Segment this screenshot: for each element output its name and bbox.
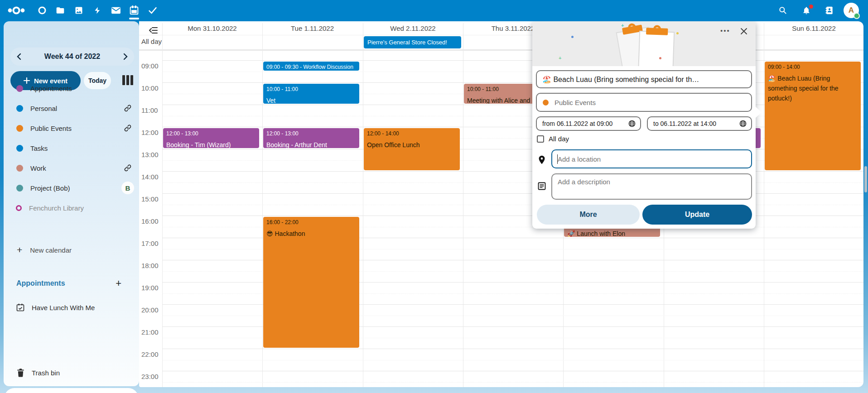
calendar-color-dot xyxy=(16,85,23,92)
close-icon[interactable] xyxy=(737,24,751,38)
photos-icon[interactable] xyxy=(72,4,85,17)
all-day-toggle[interactable]: All day xyxy=(537,135,569,143)
column-separator xyxy=(363,23,363,387)
trash-bin-label: Trash bin xyxy=(32,369,60,377)
start-datetime-field[interactable]: from 06.11.2022 at 09:00 xyxy=(536,116,641,131)
event-time: 09:00 - 14:00 xyxy=(768,63,859,71)
day-header-2: Wed 2.11.2022 xyxy=(363,23,463,34)
vertical-scrollbar-thumb[interactable] xyxy=(864,166,867,192)
sidebar-calendar-tasks[interactable]: Tasks xyxy=(10,140,136,156)
event-workflow-discussion[interactable]: 09:00 - 09:30 - Workflow Discussion xyxy=(263,62,359,71)
event-title: 😎 Hackathon xyxy=(266,229,357,239)
day-header-6: Sun 6.11.2022 xyxy=(764,23,863,34)
calendar-icon[interactable] xyxy=(128,4,140,17)
calendar-color-dot xyxy=(16,145,23,152)
calendar-name: Tasks xyxy=(30,144,136,152)
half-hour-line xyxy=(162,72,863,72)
event-vet[interactable]: 10:00 - 11:00Vet xyxy=(263,84,359,104)
time-label-17:00: 17:00 xyxy=(141,240,162,247)
time-label-14:00: 14:00 xyxy=(141,173,162,181)
sidebar-calendar-work[interactable]: Work xyxy=(10,160,136,176)
location-pin-icon xyxy=(538,155,546,164)
previous-week-button[interactable] xyxy=(16,53,22,60)
timezone-globe-icon[interactable] xyxy=(628,120,636,127)
add-appointment-button[interactable]: + xyxy=(116,278,121,289)
calendar-select-value: Public Events xyxy=(555,99,596,106)
calendar-color-dot xyxy=(16,165,23,172)
time-label-21:00: 21:00 xyxy=(141,328,162,336)
description-input[interactable] xyxy=(551,173,752,200)
week-label: Week 44 of 2022 xyxy=(44,53,100,61)
more-options-icon[interactable]: ••• xyxy=(717,24,733,37)
more-button[interactable]: More xyxy=(537,205,640,225)
half-hour-line xyxy=(162,160,863,161)
calendar-color-dot xyxy=(16,185,23,192)
calendar-select[interactable]: Public Events xyxy=(536,93,752,112)
all-day-checkbox[interactable] xyxy=(537,135,544,143)
calendar-color-dot xyxy=(543,100,549,105)
hour-line xyxy=(162,371,863,371)
event-time: 10:00 - 11:00 xyxy=(266,86,357,93)
column-separator xyxy=(162,23,163,387)
confetti-dot xyxy=(659,57,661,59)
tasks-icon[interactable] xyxy=(146,4,159,17)
hour-line xyxy=(162,216,863,216)
mail-icon[interactable] xyxy=(110,4,122,17)
calendar-color-dot xyxy=(16,105,23,112)
appointments-section-title: Appointments xyxy=(16,279,116,288)
new-calendar-button[interactable]: + New calendar xyxy=(10,242,136,258)
calendar-name: Personal xyxy=(30,105,121,112)
update-button[interactable]: Update xyxy=(642,205,752,225)
sidebar-calendar-personal[interactable]: Personal xyxy=(10,100,136,116)
column-separator xyxy=(764,23,764,387)
day-header-1: Tue 1.11.2022 xyxy=(262,23,362,34)
half-hour-line xyxy=(162,182,863,183)
sidebar-calendar-public-events[interactable]: Public Events xyxy=(10,120,136,136)
search-icon[interactable] xyxy=(776,4,789,17)
event-editor-popup: + + ••• Public Events from 06.11.2022 at… xyxy=(532,21,756,229)
sidebar-calendar-fenchurch-library[interactable]: Fenchurch Library xyxy=(10,200,136,216)
share-link-icon[interactable] xyxy=(121,161,135,175)
event-beach-luau[interactable]: 09:00 - 14:00🏖️ Beach Luau (Bring someth… xyxy=(765,62,861,170)
event-hackathon[interactable]: 16:00 - 22:00😎 Hackathon xyxy=(263,217,359,348)
appointment-item[interactable]: Have Lunch With Me xyxy=(10,299,136,316)
time-label-18:00: 18:00 xyxy=(141,262,162,269)
time-label-12:00: 12:00 xyxy=(141,129,162,136)
event-time: 16:00 - 22:00 xyxy=(266,219,357,226)
confetti-cross: + xyxy=(559,55,561,61)
time-label-19:00: 19:00 xyxy=(141,284,162,292)
hour-line xyxy=(162,149,863,149)
files-icon[interactable] xyxy=(54,4,67,17)
next-week-button[interactable] xyxy=(123,53,128,60)
calendar-name: Work xyxy=(30,164,121,172)
share-link-icon[interactable] xyxy=(121,101,135,115)
sidebar-calendar-appointments[interactable]: Appointments xyxy=(10,80,136,96)
description-icon xyxy=(538,182,546,190)
event-booking-tim[interactable]: 12:00 - 13:00Booking - Tim (Wizard) xyxy=(163,128,259,148)
timezone-globe-icon[interactable] xyxy=(739,120,747,127)
trash-bin-item[interactable]: Trash bin xyxy=(10,364,136,381)
time-label-20:00: 20:00 xyxy=(141,306,162,314)
appointments-section-header: Appointments + xyxy=(16,278,134,289)
hour-line xyxy=(162,193,863,194)
all-day-event[interactable]: Pierre's General Store Closed! xyxy=(364,36,461,48)
appointment-item-label: Have Lunch With Me xyxy=(32,304,95,312)
share-link-icon[interactable] xyxy=(121,121,135,135)
contacts-icon[interactable] xyxy=(823,4,836,17)
time-label-09:00: 09:00 xyxy=(141,62,162,70)
sidebar-calendar-project-bob-[interactable]: Project (Bob)B xyxy=(10,180,136,196)
calendar-name: Appointments xyxy=(30,85,136,92)
event-title-input[interactable] xyxy=(536,70,752,88)
calendar-check-icon xyxy=(16,303,24,312)
dashboard-icon[interactable] xyxy=(36,4,48,17)
end-datetime-field[interactable]: to 06.11.2022 at 14:00 xyxy=(647,116,752,131)
nextcloud-logo-icon[interactable] xyxy=(6,4,26,17)
event-open-office-lunch[interactable]: 12:00 - 14:00Open Office Lunch xyxy=(364,128,460,170)
calendar-settings-item[interactable]: Calendar settings xyxy=(5,388,138,393)
top-bar: A xyxy=(0,0,868,21)
confetti-dot xyxy=(676,32,679,34)
notification-badge xyxy=(809,5,813,9)
location-input[interactable] xyxy=(551,149,752,168)
event-booking-arthur[interactable]: 12:00 - 13:00Booking - Arthur Dent xyxy=(263,128,359,148)
activity-icon[interactable] xyxy=(91,4,104,17)
